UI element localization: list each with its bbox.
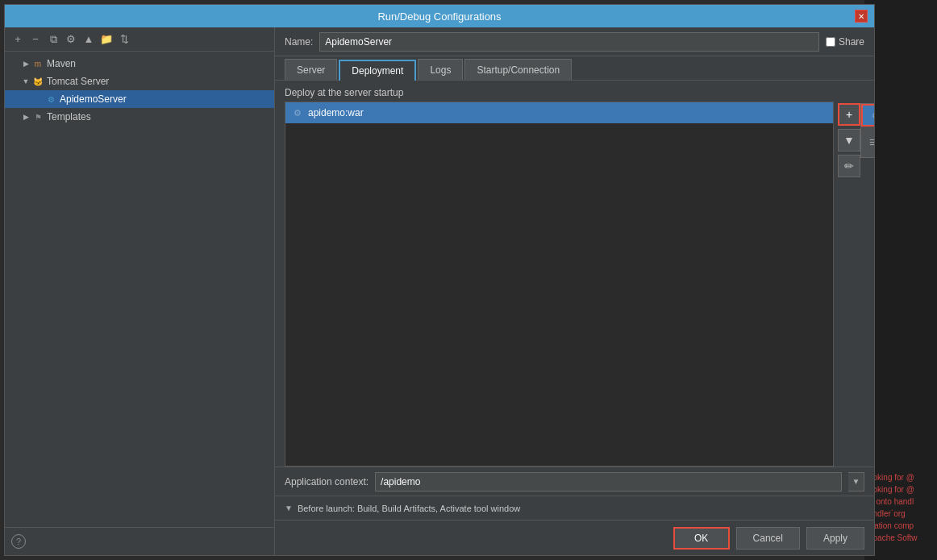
tab-startup-connection[interactable]: Startup/Connection	[464, 59, 572, 80]
apidemo-label: ApidemoServer	[60, 93, 127, 105]
share-label: Share	[839, 36, 864, 48]
list-side-buttons: + ⚙ Artifact... ☰ External Sourc	[834, 102, 864, 467]
maven-label: Maven	[47, 58, 76, 69]
edit-button[interactable]: ✏	[838, 155, 860, 177]
tomcat-icon: 🐱	[32, 76, 44, 87]
dialog-title: Run/Debug Configurations	[24, 10, 855, 23]
left-panel: + − ⧉ ⚙ ▲ 📁 ⇅ ▶ m Maven ▼ 🐱	[5, 27, 275, 555]
deploy-item-label: apidemo:war	[308, 107, 364, 118]
app-context-input[interactable]	[375, 472, 842, 492]
dialog-body: + − ⧉ ⚙ ▲ 📁 ⇅ ▶ m Maven ▼ 🐱	[5, 27, 874, 555]
deploy-section: ⚙ apidemo:war +	[285, 102, 864, 467]
console-panel: ooking for @ ooking for @ *] onto handl …	[864, 0, 937, 560]
external-source-icon: ☰	[868, 136, 874, 147]
apidemo-arrow	[34, 94, 44, 104]
templates-arrow: ▶	[21, 112, 31, 122]
tree-item-templates[interactable]: ▶ ⚑ Templates	[5, 108, 274, 126]
remove-config-button[interactable]: −	[27, 31, 44, 48]
bottom-buttons: OK Cancel Apply	[275, 520, 874, 555]
scroll-down-button[interactable]: ▼	[838, 129, 860, 151]
templates-icon: ⚑	[32, 111, 44, 122]
name-label: Name:	[285, 36, 313, 48]
folder-button[interactable]: 📁	[98, 31, 115, 48]
tab-logs[interactable]: Logs	[418, 59, 463, 80]
tree-item-apidemo[interactable]: ⚙ ApidemoServer	[5, 90, 274, 108]
settings-button[interactable]: ⚙	[63, 31, 79, 48]
right-panel: Name: Share Server Deployment Logs Start…	[275, 27, 874, 555]
edit-icon: ✏	[844, 160, 854, 172]
add-dropdown-menu: ⚙ Artifact... ☰ External Source...	[860, 103, 874, 158]
cancel-button[interactable]: Cancel	[736, 527, 800, 550]
templates-label: Templates	[47, 111, 91, 122]
title-bar: Run/Debug Configurations ✕	[5, 5, 874, 27]
tomcat-arrow: ▼	[21, 77, 31, 86]
ok-button[interactable]: OK	[673, 527, 730, 550]
tab-server[interactable]: Server	[285, 59, 337, 80]
sort-button[interactable]: ⇅	[116, 31, 132, 48]
deploy-item-war[interactable]: ⚙ apidemo:war	[285, 102, 833, 123]
before-launch-arrow-icon: ▼	[285, 504, 293, 512]
up-button[interactable]: ▲	[81, 31, 97, 48]
tabs-row: Server Deployment Logs Startup/Connectio…	[275, 56, 874, 81]
add-deploy-container: + ⚙ Artifact... ☰ External Sourc	[838, 103, 860, 126]
before-launch-text: Before launch: Build, Build Artifacts, A…	[298, 504, 520, 513]
apply-button[interactable]: Apply	[806, 527, 864, 550]
before-launch-row: ▼ Before launch: Build, Build Artifacts,…	[275, 496, 874, 520]
add-config-button[interactable]: +	[10, 31, 26, 48]
artifact-icon: ⚙	[869, 110, 874, 121]
config-tree: ▶ m Maven ▼ 🐱 Tomcat Server ⚙ ApidemoSer…	[5, 52, 274, 527]
tree-item-maven[interactable]: ▶ m Maven	[5, 55, 274, 73]
deploy-label: Deploy at the server startup	[275, 81, 874, 102]
tree-item-tomcat[interactable]: ▼ 🐱 Tomcat Server	[5, 73, 274, 90]
name-row: Name: Share	[275, 27, 874, 56]
copy-config-button[interactable]: ⧉	[45, 31, 61, 48]
app-context-dropdown-button[interactable]: ▼	[848, 472, 864, 492]
tab-deployment[interactable]: Deployment	[339, 60, 416, 81]
maven-arrow: ▶	[21, 59, 31, 68]
share-checkbox[interactable]	[826, 37, 835, 47]
dropdown-external-source[interactable]: ☰ External Source...	[861, 127, 874, 157]
tree-toolbar: + − ⧉ ⚙ ▲ 📁 ⇅	[5, 27, 274, 52]
share-area: Share	[826, 36, 864, 48]
deploy-list: ⚙ apidemo:war	[285, 102, 834, 467]
help-button[interactable]: ?	[11, 534, 26, 549]
app-context-row: Application context: ▼	[275, 467, 874, 496]
dropdown-artifact[interactable]: ⚙ Artifact...	[861, 104, 874, 127]
app-context-label: Application context:	[285, 476, 369, 487]
add-deploy-button[interactable]: +	[838, 103, 860, 126]
deployment-content: Deploy at the server startup ⚙ apidemo:w…	[275, 81, 874, 520]
scroll-down-icon: ▼	[843, 134, 855, 147]
tomcat-label: Tomcat Server	[47, 76, 109, 87]
console-output: ooking for @ ooking for @ *] onto handl …	[864, 467, 937, 548]
close-button[interactable]: ✕	[855, 10, 868, 23]
maven-icon: m	[32, 58, 44, 69]
name-input[interactable]	[319, 32, 819, 52]
run-debug-dialog: Run/Debug Configurations ✕ + − ⧉ ⚙ ▲ 📁 ⇅…	[4, 4, 875, 556]
apidemo-icon: ⚙	[45, 93, 56, 105]
war-icon: ⚙	[292, 107, 303, 118]
